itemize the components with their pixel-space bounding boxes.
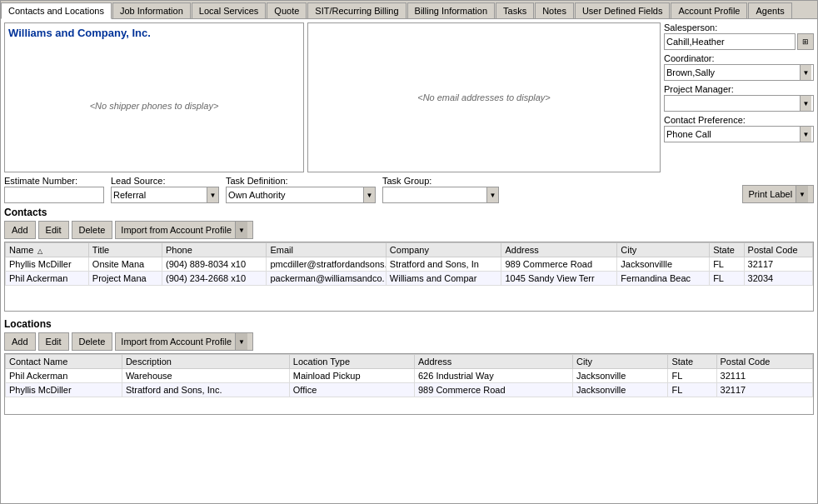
task-definition-value: Own Authority bbox=[227, 190, 363, 200]
contacts-col-city[interactable]: City bbox=[617, 243, 710, 257]
contacts-col-address[interactable]: Address bbox=[501, 243, 617, 257]
contacts-edit-button[interactable]: Edit bbox=[38, 221, 69, 239]
task-group-arrow[interactable]: ▼ bbox=[486, 187, 498, 202]
loc-col-type[interactable]: Location Type bbox=[289, 355, 414, 369]
project-manager-arrow[interactable]: ▼ bbox=[800, 96, 811, 111]
loc-col-state[interactable]: State bbox=[668, 355, 716, 369]
no-shipper-text: <No shipper phones to display> bbox=[8, 42, 300, 168]
project-manager-field: Project Manager: ▼ bbox=[664, 84, 814, 112]
lead-source-value: Referral bbox=[112, 190, 207, 200]
tab-agents[interactable]: Agents bbox=[748, 2, 791, 18]
loc-col-postal[interactable]: Postal Code bbox=[716, 355, 812, 369]
lead-source-label: Lead Source: bbox=[111, 176, 219, 186]
locations-header: Locations bbox=[4, 318, 814, 330]
lead-source-dropdown[interactable]: Referral ▼ bbox=[111, 187, 219, 203]
locations-table: Contact Name Description Location Type A… bbox=[5, 354, 813, 397]
salesperson-grid-button[interactable]: ⊞ bbox=[797, 33, 814, 50]
salesperson-row: ⊞ bbox=[664, 33, 814, 50]
tab-user-defined[interactable]: User Defined Fields bbox=[575, 2, 671, 18]
tab-contacts-locations[interactable]: Contacts and Locations bbox=[1, 2, 112, 19]
contacts-header: Contacts bbox=[4, 207, 814, 218]
contacts-section: Contacts Add Edit Delete Import from Acc… bbox=[4, 207, 814, 315]
print-label-arrow[interactable]: ▼ bbox=[796, 186, 808, 202]
contacts-col-company[interactable]: Company bbox=[386, 243, 501, 257]
company-box: Williams and Company, Inc. <No shipper p… bbox=[4, 22, 304, 172]
task-group-field: Task Group: ▼ bbox=[382, 176, 499, 203]
tab-billing-information[interactable]: Billing Information bbox=[407, 2, 495, 18]
form-row: Estimate Number: Lead Source: Referral ▼… bbox=[4, 176, 814, 203]
coordinator-value: Brown,Sally bbox=[666, 67, 800, 77]
salesperson-field: Salesperson: ⊞ bbox=[664, 22, 814, 50]
table-row[interactable]: Phyllis McDillerOnsite Mana(904) 889-803… bbox=[6, 257, 813, 272]
task-definition-field: Task Definition: Own Authority ▼ bbox=[226, 176, 376, 203]
contact-preference-value: Phone Call bbox=[666, 129, 800, 139]
lead-source-arrow[interactable]: ▼ bbox=[207, 187, 218, 202]
email-box: <No email addresses to display> bbox=[307, 22, 661, 172]
top-section: Williams and Company, Inc. <No shipper p… bbox=[4, 22, 814, 172]
contact-preference-field: Contact Preference: Phone Call ▼ bbox=[664, 115, 814, 142]
contacts-col-postal[interactable]: Postal Code bbox=[744, 243, 812, 257]
salesperson-label: Salesperson: bbox=[664, 22, 814, 32]
locations-empty-space bbox=[5, 397, 813, 414]
locations-edit-button[interactable]: Edit bbox=[38, 332, 69, 351]
estimate-number-field: Estimate Number: bbox=[4, 176, 104, 203]
locations-import-button[interactable]: Import from Account Profile ▼ bbox=[115, 332, 253, 351]
coordinator-dropdown[interactable]: Brown,Sally ▼ bbox=[664, 64, 814, 81]
loc-col-address[interactable]: Address bbox=[414, 355, 572, 369]
contacts-col-title[interactable]: Title bbox=[88, 243, 162, 257]
loc-col-contact[interactable]: Contact Name bbox=[6, 355, 122, 369]
estimate-number-input[interactable] bbox=[4, 187, 104, 203]
contact-preference-arrow[interactable]: ▼ bbox=[800, 127, 811, 142]
contacts-col-email[interactable]: Email bbox=[267, 243, 386, 257]
project-manager-label: Project Manager: bbox=[664, 84, 814, 94]
locations-add-button[interactable]: Add bbox=[4, 332, 36, 351]
tab-local-services[interactable]: Local Services bbox=[192, 2, 267, 18]
contacts-table: Name △ Title Phone Email Company Address… bbox=[5, 242, 813, 286]
print-label-wrap: Print Label ▼ bbox=[742, 185, 814, 203]
contacts-empty-space bbox=[5, 286, 813, 311]
contact-preference-label: Contact Preference: bbox=[664, 115, 814, 125]
locations-import-arrow[interactable]: ▼ bbox=[235, 333, 247, 350]
contacts-col-phone[interactable]: Phone bbox=[162, 243, 267, 257]
task-group-label: Task Group: bbox=[382, 176, 499, 186]
project-manager-dropdown[interactable]: ▼ bbox=[664, 95, 814, 112]
lead-source-field: Lead Source: Referral ▼ bbox=[111, 176, 219, 203]
tab-notes[interactable]: Notes bbox=[535, 2, 574, 18]
print-label-text: Print Label bbox=[748, 189, 792, 199]
task-group-dropdown[interactable]: ▼ bbox=[382, 187, 499, 203]
coordinator-label: Coordinator: bbox=[664, 53, 814, 63]
locations-toolbar: Add Edit Delete Import from Account Prof… bbox=[4, 332, 814, 351]
tab-account-profile[interactable]: Account Profile bbox=[671, 2, 747, 18]
table-row[interactable]: Phil AckermanProject Mana(904) 234-2668 … bbox=[6, 272, 813, 286]
coordinator-field: Coordinator: Brown,Sally ▼ bbox=[664, 53, 814, 81]
tab-quote[interactable]: Quote bbox=[267, 2, 307, 18]
tab-sit-recurring[interactable]: SIT/Recurring Billing bbox=[307, 2, 406, 18]
loc-col-description[interactable]: Description bbox=[122, 355, 289, 369]
main-content: Williams and Company, Inc. <No shipper p… bbox=[1, 19, 817, 503]
contacts-import-label: Import from Account Profile bbox=[121, 225, 232, 235]
tab-tasks[interactable]: Tasks bbox=[496, 2, 534, 18]
table-row[interactable]: Phyllis McDillerStratford and Sons, Inc.… bbox=[6, 383, 813, 397]
locations-import-label: Import from Account Profile bbox=[121, 337, 232, 347]
loc-col-city[interactable]: City bbox=[573, 355, 668, 369]
estimate-number-label: Estimate Number: bbox=[4, 176, 104, 186]
tab-bar: Contacts and Locations Job Information L… bbox=[1, 1, 817, 19]
locations-delete-button[interactable]: Delete bbox=[72, 332, 113, 351]
task-definition-arrow[interactable]: ▼ bbox=[363, 187, 375, 202]
locations-table-container: Contact Name Description Location Type A… bbox=[4, 353, 814, 415]
coordinator-arrow[interactable]: ▼ bbox=[800, 65, 811, 80]
contacts-col-state[interactable]: State bbox=[710, 243, 744, 257]
contacts-add-button[interactable]: Add bbox=[4, 221, 36, 239]
company-name: Williams and Company, Inc. bbox=[8, 27, 300, 39]
contacts-import-button[interactable]: Import from Account Profile ▼ bbox=[115, 221, 253, 239]
contacts-delete-button[interactable]: Delete bbox=[72, 221, 113, 239]
print-label-button[interactable]: Print Label ▼ bbox=[742, 185, 814, 203]
task-definition-dropdown[interactable]: Own Authority ▼ bbox=[226, 187, 376, 203]
contacts-toolbar: Add Edit Delete Import from Account Prof… bbox=[4, 221, 814, 239]
contact-preference-dropdown[interactable]: Phone Call ▼ bbox=[664, 126, 814, 142]
table-row[interactable]: Phil AckermanWarehouseMainload Pickup626… bbox=[6, 369, 813, 383]
salesperson-input[interactable] bbox=[664, 33, 796, 50]
contacts-import-arrow[interactable]: ▼ bbox=[235, 222, 247, 238]
contacts-col-name[interactable]: Name △ bbox=[6, 243, 89, 257]
tab-job-information[interactable]: Job Information bbox=[112, 2, 191, 18]
